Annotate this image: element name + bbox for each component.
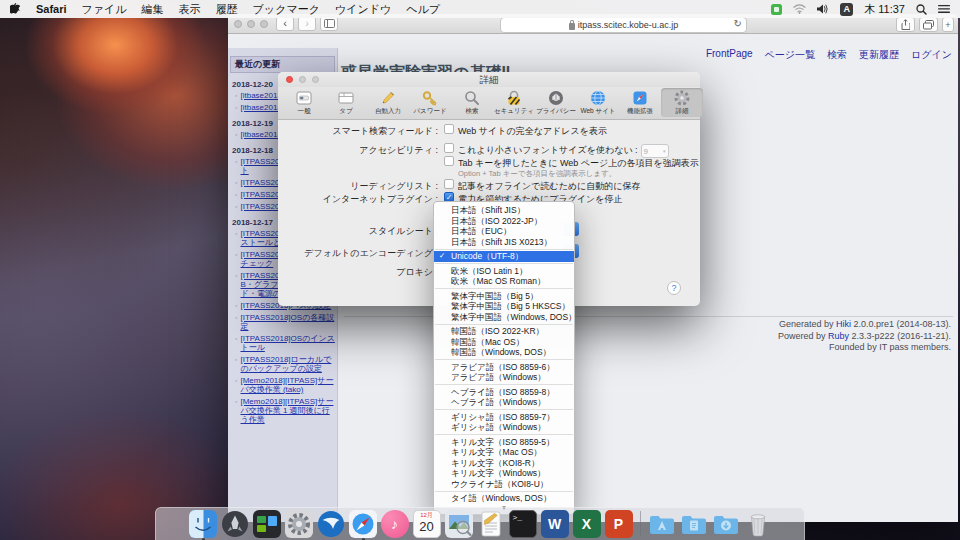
dock-itunes-icon[interactable]: ♪ [381, 510, 409, 538]
encoding-menu-item[interactable]: ウクライナ語（KOI8-U） [434, 479, 574, 490]
prefs-tab-websites[interactable]: Web サイト [577, 88, 619, 117]
dock-system-preferences-icon[interactable] [285, 510, 313, 538]
reload-button[interactable]: ↻ [734, 18, 742, 29]
site-nav-link-更新履歴[interactable]: 更新履歴 [859, 48, 899, 62]
prefs-tab-privacy[interactable]: プライバシー [535, 88, 577, 117]
menu-編集[interactable]: 編集 [142, 2, 164, 17]
sidebar-toggle-button[interactable] [320, 16, 338, 31]
status-app-icon[interactable] [771, 4, 782, 15]
spotlight-icon[interactable] [916, 4, 927, 15]
tab-highlight-checkbox[interactable] [444, 156, 454, 166]
prefs-close-button[interactable] [286, 76, 293, 83]
sidebar-link[interactable]: [ITPASS2018]OSの各種設定 [240, 313, 335, 331]
encoding-menu-item[interactable]: 欧米（Mac OS Roman） [434, 276, 574, 287]
encoding-menu-item[interactable]: タイ語（Windows, DOS） [434, 493, 574, 504]
active-app-name[interactable]: Safari [36, 3, 67, 15]
encoding-menu-item[interactable]: 繁体字中国語（Big 5 HKSCS） [434, 301, 574, 312]
dock-trash-icon[interactable] [744, 510, 772, 538]
dock-preview-icon[interactable] [445, 510, 473, 538]
dock-mission-control-icon[interactable] [253, 510, 281, 538]
encoding-menu-item[interactable]: アラビア語（ISO 8859-6） [434, 362, 574, 373]
dock-textedit-icon[interactable] [477, 510, 505, 538]
site-nav-link-検索[interactable]: 検索 [827, 48, 847, 62]
address-bar[interactable]: itpass.scitec.kobe-u.ac.jp ↻ [500, 17, 747, 33]
input-source-icon[interactable]: A [840, 3, 853, 16]
encoding-menu-item[interactable]: ギリシャ語（Windows） [434, 422, 574, 433]
dock-finder-icon[interactable] [189, 510, 217, 538]
prefs-tab-advanced[interactable]: 詳細 [661, 88, 703, 117]
wifi-icon[interactable] [793, 4, 806, 14]
prefs-tab-general[interactable]: 一般 [283, 88, 325, 117]
new-tab-button[interactable]: + [942, 17, 954, 32]
prefs-tab-passwords[interactable]: パスワード [409, 88, 451, 117]
dock-safari-icon[interactable] [349, 510, 377, 538]
site-nav-link-ページ一覧[interactable]: ページ一覧 [765, 48, 815, 62]
help-button[interactable]: ? [667, 281, 681, 295]
encoding-menu-item[interactable]: 日本語（EUC） [434, 226, 574, 237]
share-button[interactable] [896, 17, 915, 32]
sidebar-link[interactable]: [ITPASS2018]ローカルでのバックアップの設定 [240, 355, 335, 373]
prefs-tab-extensions[interactable]: 機能拡張 [619, 88, 661, 117]
encoding-menu-item[interactable]: ヘブライ語（Windows） [434, 397, 574, 408]
dock-launchpad-icon[interactable] [221, 510, 249, 538]
encoding-menu-item[interactable]: 日本語（ISO 2022-JP） [434, 216, 574, 227]
site-nav-link-FrontPage[interactable]: FrontPage [706, 48, 753, 62]
minimize-button[interactable] [247, 20, 255, 28]
prefs-tab-security[interactable]: セキュリティ [493, 88, 535, 117]
site-nav-link-ログイン[interactable]: ログイン [911, 48, 952, 62]
dock-powerpoint-icon[interactable]: P [605, 510, 633, 538]
back-button[interactable]: ‹ [276, 16, 294, 31]
encoding-menu-item[interactable]: キリル文字（Mac OS） [434, 447, 574, 458]
menu-ヘルプ[interactable]: ヘルプ [406, 2, 440, 17]
sidebar-link[interactable]: [Memo2018][ITPASS]サーバ交換作業 (tako) [240, 376, 335, 394]
close-button[interactable] [234, 20, 242, 28]
menu-履歴[interactable]: 履歴 [216, 2, 238, 17]
encoding-menu-item[interactable]: 韓国語（Mac OS） [434, 337, 574, 348]
dock-terminal-icon[interactable]: >_ [509, 510, 537, 538]
prefs-tab-search[interactable]: 検索 [451, 88, 493, 117]
sidebar-link[interactable]: [ITPASS2018]OSのインストール [240, 334, 335, 352]
encoding-menu-item[interactable]: 日本語（Shift JIS） [434, 205, 574, 216]
font-size-select[interactable]: 9▾ [641, 144, 669, 158]
menu-separator [435, 491, 573, 492]
ruby-link[interactable]: Ruby [828, 331, 849, 341]
menu-ウインドウ[interactable]: ウインドウ [335, 2, 391, 17]
encoding-menu-item[interactable]: 欧米（ISO Latin 1） [434, 266, 574, 277]
dock-thunderbird-icon[interactable] [317, 510, 345, 538]
encoding-menu-item[interactable]: キリル文字（Windows） [434, 468, 574, 479]
encoding-menu-item[interactable]: ギリシャ語（ISO 8859-7） [434, 412, 574, 423]
menu-ファイル[interactable]: ファイル [82, 2, 127, 17]
forward-button[interactable]: › [298, 16, 316, 31]
dock-folder-documents-icon[interactable] [680, 510, 708, 538]
encoding-menu-item[interactable]: ✓Unicode（UTF-8） [434, 251, 574, 262]
smart-search-checkbox[interactable] [444, 124, 454, 134]
hiki-link[interactable]: Hiki [836, 319, 851, 329]
prefs-tab-autofill[interactable]: 自動入力 [367, 88, 409, 117]
encoding-menu-item[interactable]: キリル文字（ISO 8859-5） [434, 437, 574, 448]
encoding-menu-item[interactable]: キリル文字（KOI8-R） [434, 458, 574, 469]
volume-icon[interactable] [817, 4, 829, 14]
dock-excel-icon[interactable]: X [573, 510, 601, 538]
encoding-menu-item[interactable]: ヘブライ語（ISO 8859-8） [434, 387, 574, 398]
encoding-menu-item[interactable]: 繁体字中国語（Windows, DOS） [434, 312, 574, 323]
encoding-menu-item[interactable]: 韓国語（Windows, DOS） [434, 347, 574, 358]
tab-overview-button[interactable] [919, 17, 938, 32]
sidebar-link[interactable]: [Memo2018][ITPASS]サーバ交換作業 1 週間後に行う作業 [240, 397, 335, 424]
min-font-size-checkbox[interactable] [444, 143, 454, 153]
dock-folder-downloads-icon[interactable] [712, 510, 740, 538]
zoom-button[interactable] [260, 20, 268, 28]
reading-list-checkbox[interactable] [444, 179, 454, 189]
notification-center-icon[interactable] [938, 4, 950, 14]
menu-ブックマーク[interactable]: ブックマーク [253, 2, 320, 17]
menu-bar-clock[interactable]: 木 11:37 [864, 2, 905, 17]
encoding-menu-item[interactable]: アラビア語（Windows） [434, 372, 574, 383]
encoding-menu-item[interactable]: 日本語（Shift JIS X0213） [434, 237, 574, 248]
menu-表示[interactable]: 表示 [179, 2, 201, 17]
apple-menu-icon[interactable] [10, 3, 21, 16]
encoding-menu-item[interactable]: 韓国語（ISO 2022-KR） [434, 326, 574, 337]
dock-calendar-icon[interactable]: 12月20 [413, 510, 441, 538]
prefs-tab-tabs[interactable]: タブ [325, 88, 367, 117]
encoding-menu-item[interactable]: 繁体字中国語（Big 5） [434, 291, 574, 302]
dock-folder-applications-icon[interactable] [648, 510, 676, 538]
dock-word-icon[interactable]: W [541, 510, 569, 538]
